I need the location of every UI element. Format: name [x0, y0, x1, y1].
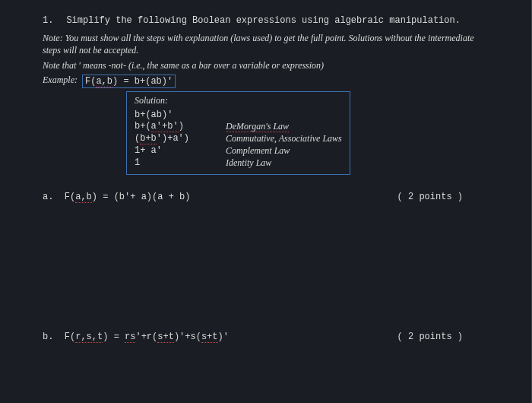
solution-step: b+(a'+b') DeMorgan's Law — [135, 121, 342, 132]
problem-a: a. F(a,b) = (b'+ a)(a + b) ( 2 points ) — [43, 192, 493, 202]
example-label: Example: — [43, 75, 78, 86]
example-function: F(a,b) = b+(ab)' — [82, 75, 176, 88]
question-title: 1. Simplify the following Boolean expres… — [43, 14, 493, 27]
step-expr: b+(a'+b') — [135, 121, 226, 132]
step-law: DeMorgan's Law — [226, 121, 289, 132]
step-law: Commutative, Associative Laws — [226, 133, 342, 144]
step-law: Complement Law — [226, 145, 290, 157]
note-2: Note that ' means -not- (i.e., the same … — [43, 59, 493, 71]
solution-step: 1+ a' Complement Law — [135, 145, 342, 157]
solution-label: Solution: — [135, 95, 342, 106]
solution-step: 1 Identity Law — [135, 157, 342, 169]
problem-b: b. F(r,s,t) = rs'+r(s+t)'+s(s+t)' ( 2 po… — [43, 332, 493, 342]
question-number: 1. — [43, 15, 53, 26]
step-expr: (b+b')+a') — [135, 133, 226, 144]
question-text: Simplify the following Boolean expressio… — [66, 15, 460, 26]
step-law: Identity Law — [226, 157, 271, 169]
step-expr: 1 — [135, 157, 226, 169]
problem-b-expr: b. F(r,s,t) = rs'+r(s+t)'+s(s+t)' — [43, 332, 397, 342]
problem-b-points: ( 2 points ) — [397, 332, 463, 342]
solution-step: (b+b')+a') Commutative, Associative Laws — [135, 133, 342, 144]
problem-a-expr: a. F(a,b) = (b'+ a)(a + b) — [43, 192, 397, 202]
note-1: Note: You must show all the steps with e… — [43, 32, 493, 56]
step-expr: b+(ab)' — [135, 109, 226, 120]
step-expr: 1+ a' — [135, 145, 226, 157]
example-row: Example: F(a,b) = b+(ab)' — [43, 75, 493, 88]
problem-a-points: ( 2 points ) — [397, 192, 463, 202]
solution-step: b+(ab)' — [135, 109, 342, 120]
solution-box: Solution: b+(ab)' b+(a'+b') DeMorgan's L… — [126, 91, 350, 175]
